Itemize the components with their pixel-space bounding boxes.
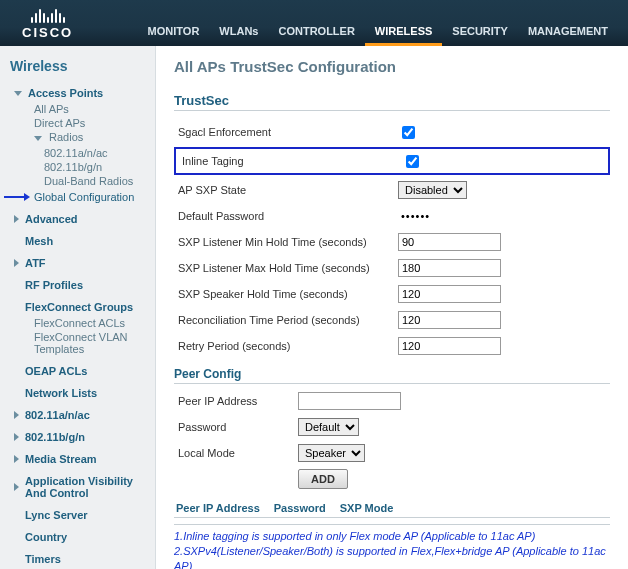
row-peer-password: Password Default [174,416,610,438]
row-sxp-state: AP SXP State Disabled [174,179,610,201]
label-listener-max: SXP Listener Max Hold Time (seconds) [174,262,398,274]
caret-down-icon [14,91,22,96]
sidebar-item-radio-dual[interactable]: Dual-Band Radios [44,174,155,188]
sidebar-item-advanced[interactable]: Advanced [0,210,155,228]
nav-controller[interactable]: CONTROLLER [268,17,364,46]
row-peer-ip: Peer IP Address [174,390,610,412]
caret-down-icon [34,136,42,141]
pointer-arrow-icon [4,192,30,200]
label-peer-password: Password [174,421,298,433]
label-sgacl: Sgacl Enforcement [174,126,398,138]
sidebar-item-80211a[interactable]: 802.11a/n/ac [0,406,155,424]
label-peer-ip: Peer IP Address [174,395,298,407]
svg-marker-1 [24,193,30,201]
sidebar-item-radios[interactable]: Radios [34,130,155,144]
select-peer-password[interactable]: Default [298,418,359,436]
sidebar-item-flex-acls[interactable]: FlexConnect ACLs [34,316,155,330]
sidebar-item-global-configuration[interactable]: Global Configuration [34,190,155,204]
col-peer-ip: Peer IP Address [176,502,260,514]
nav-wlans[interactable]: WLANs [209,17,268,46]
sidebar-item-avc[interactable]: Application Visibility And Control [0,472,155,502]
nav-monitor[interactable]: MONITOR [138,17,210,46]
col-password: Password [274,502,326,514]
sidebar-item-atf[interactable]: ATF [0,254,155,272]
sidebar-item-radio-b[interactable]: 802.11b/g/n [44,160,155,174]
sidebar-item-direct-aps[interactable]: Direct APs [34,116,155,130]
sidebar-item-network-lists[interactable]: Network Lists [0,384,155,402]
page-title: All APs TrustSec Configuration [174,58,610,75]
label-sxp-state: AP SXP State [174,184,398,196]
sidebar-item-country[interactable]: Country [0,528,155,546]
label-local-mode: Local Mode [174,447,298,459]
caret-right-icon [14,215,19,223]
caret-right-icon [14,433,19,441]
row-local-mode: Local Mode Speaker [174,442,610,464]
nav-wireless[interactable]: WIRELESS [365,17,442,46]
sidebar: Wireless Access Points All APs Direct AP… [0,46,156,569]
label-default-password: Default Password [174,210,398,222]
sidebar-item-80211b[interactable]: 802.11b/g/n [0,428,155,446]
sidebar-title: Wireless [0,54,155,82]
input-default-password[interactable] [398,208,494,224]
footnote-2: 2.SXPv4(Listener/Speaker/Both) is suppor… [174,544,610,569]
label-reconciliation: Reconciliation Time Period (seconds) [174,314,398,326]
sidebar-item-all-aps[interactable]: All APs [34,102,155,116]
row-listener-max: SXP Listener Max Hold Time (seconds) [174,257,610,279]
content-area: All APs TrustSec Configuration TrustSec … [156,46,628,569]
sidebar-item-radio-a[interactable]: 802.11a/n/ac [44,146,155,160]
input-retry[interactable] [398,337,501,355]
sidebar-item-oeap-acls[interactable]: OEAP ACLs [0,362,155,380]
cisco-logo: CISCO [0,3,87,46]
sidebar-item-mesh[interactable]: Mesh [0,232,155,250]
sidebar-item-rf-profiles[interactable]: RF Profiles [0,276,155,294]
row-speaker-hold: SXP Speaker Hold Time (seconds) [174,283,610,305]
select-sxp-state[interactable]: Disabled [398,181,467,199]
checkbox-inline-tagging[interactable] [406,155,419,168]
sidebar-item-lync[interactable]: Lync Server [0,506,155,524]
caret-right-icon [14,411,19,419]
checkbox-sgacl[interactable] [402,126,415,139]
select-local-mode[interactable]: Speaker [298,444,365,462]
row-inline-tagging: Inline Taging [174,147,610,175]
input-listener-min[interactable] [398,233,501,251]
row-retry: Retry Period (seconds) [174,335,610,357]
section-trustsec-heading: TrustSec [174,93,610,111]
label-retry: Retry Period (seconds) [174,340,398,352]
col-sxp-mode: SXP Mode [340,502,394,514]
input-listener-max[interactable] [398,259,501,277]
footnotes: 1.Inline tagging is supported in only Fl… [174,524,610,569]
label-listener-min: SXP Listener Min Hold Time (seconds) [174,236,398,248]
sidebar-item-flex-vlan[interactable]: FlexConnect VLAN Templates [34,330,155,356]
row-reconciliation: Reconciliation Time Period (seconds) [174,309,610,331]
nav-management[interactable]: MANAGEMENT [518,17,618,46]
top-nav: MONITOR WLANs CONTROLLER WIRELESS SECURI… [138,0,618,46]
sidebar-item-timers[interactable]: Timers [0,550,155,568]
sidebar-item-flexconnect-groups[interactable]: FlexConnect Groups [0,298,155,316]
row-default-password: Default Password [174,205,610,227]
label-speaker-hold: SXP Speaker Hold Time (seconds) [174,288,398,300]
brand-text: CISCO [22,25,73,40]
input-reconciliation[interactable] [398,311,501,329]
footnote-1: 1.Inline tagging is supported in only Fl… [174,529,610,544]
input-speaker-hold[interactable] [398,285,501,303]
app-header: CISCO MONITOR WLANs CONTROLLER WIRELESS … [0,0,628,46]
signal-bars-icon [31,7,65,23]
caret-right-icon [14,483,19,491]
sidebar-item-access-points[interactable]: Access Points [0,84,155,102]
input-peer-ip[interactable] [298,392,401,410]
label-inline-tagging: Inline Taging [178,155,402,167]
row-add: ADD [174,468,610,490]
sidebar-item-media-stream[interactable]: Media Stream [0,450,155,468]
caret-right-icon [14,259,19,267]
row-sgacl: Sgacl Enforcement [174,121,610,143]
caret-right-icon [14,455,19,463]
add-button[interactable]: ADD [298,469,348,489]
peer-table-header: Peer IP Address Password SXP Mode [174,498,610,518]
row-listener-min: SXP Listener Min Hold Time (seconds) [174,231,610,253]
section-peer-config-heading: Peer Config [174,367,610,384]
nav-security[interactable]: SECURITY [442,17,518,46]
